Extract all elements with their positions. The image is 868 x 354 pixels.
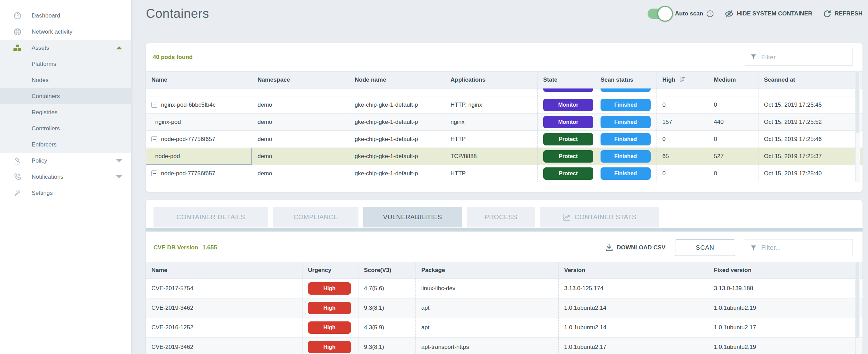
info-icon[interactable]	[706, 10, 714, 18]
download-csv-button[interactable]: DOWNLOAD CSV	[605, 243, 665, 252]
cell: Monitor	[537, 96, 595, 113]
column-header-scanned-at[interactable]: Scanned at	[758, 71, 863, 88]
sidebar-item-label: Platforms	[32, 61, 56, 68]
tab-compliance[interactable]: COMPLIANCE	[273, 207, 358, 227]
cell: Monitor	[537, 114, 595, 130]
sidebar-item-dashboard[interactable]: Dashboard	[0, 8, 131, 24]
pods-filter-box[interactable]	[745, 49, 853, 66]
cell: Oct 15, 2019 17:25:52	[758, 114, 863, 130]
cve-row-CVE-2019-3462[interactable]: CVE-2019-3462High9.3(8.1)apt1.0.1ubuntu2…	[146, 298, 863, 318]
pod-medium: 440	[714, 119, 723, 126]
sidebar-item-assets[interactable]: Assets	[0, 40, 131, 56]
sidebar-item-network-activity[interactable]: Network activity	[0, 24, 131, 40]
cve-row-CVE-2019-3462[interactable]: CVE-2019-3462High9.3(8.1)apt-transport-h…	[146, 338, 863, 354]
column-header-scan-status[interactable]: Scan status	[595, 71, 656, 88]
hide-system-container-button[interactable]: HIDE SYSTEM CONTAINER	[724, 9, 812, 19]
tab-container-details[interactable]: CONTAINER DETAILS	[153, 207, 268, 227]
column-header-score-v3-[interactable]: Score(V3)	[358, 262, 415, 279]
scan-button[interactable]: SCAN	[675, 239, 735, 256]
column-header-package[interactable]: Package	[415, 262, 558, 279]
sidebar-item-registries[interactable]: Registries	[0, 104, 131, 120]
cell: Finished	[595, 165, 656, 182]
tab-process[interactable]: PROCESS	[467, 207, 535, 227]
sidebar-item-enforcers[interactable]: Enforcers	[0, 137, 131, 153]
cell: 3.13.0-139.188	[708, 279, 863, 298]
column-header-high[interactable]: High	[656, 71, 708, 88]
pod-row-node-pod-77756f657[interactable]: node-pod-77756f657demogke-chip-gke-1-def…	[146, 131, 863, 148]
vulnerabilities-filter-box[interactable]	[745, 239, 853, 256]
cell	[537, 88, 595, 96]
tabs-scrollbar[interactable]	[146, 228, 863, 232]
pod-node-name: gke-chip-gke-1-default-p	[355, 119, 418, 126]
pods-table-scrollbar[interactable]	[855, 71, 860, 182]
sidebar-item-policy[interactable]: Policy	[0, 153, 131, 169]
pod-medium: 0	[714, 170, 717, 177]
pod-row-nginx-pod-6bbc5fb4c[interactable]: nginx-pod-6bbc5fb4cdemogke-chip-gke-1-de…	[146, 96, 863, 114]
column-header-label: Scan status	[601, 76, 633, 83]
cell: gke-chip-gke-1-default-p	[349, 114, 445, 130]
pod-row-nginx-pod[interactable]: nginx-poddemogke-chip-gke-1-default-pngi…	[146, 114, 863, 131]
column-header-name[interactable]: Name	[146, 71, 252, 88]
column-header-namespace[interactable]: Namespace	[252, 71, 349, 88]
column-header-medium[interactable]: Medium	[708, 71, 758, 88]
column-header-urgency[interactable]: Urgency	[302, 262, 358, 279]
cell: HTTP	[445, 165, 537, 182]
pod-medium: 0	[714, 102, 717, 108]
toggle-knob	[657, 6, 673, 22]
sidebar-item-nodes[interactable]: Nodes	[0, 72, 131, 88]
cell: Finished	[595, 96, 656, 113]
cell: nginx	[445, 114, 537, 130]
cell: CVE-2019-3462	[146, 338, 302, 354]
collapse-icon[interactable]	[151, 136, 157, 142]
cve-row-CVE-2016-1252[interactable]: CVE-2016-1252High4.3(5.9)apt1.0.1ubuntu2…	[146, 318, 863, 338]
pod-row-node-pod-77756f657[interactable]: node-pod-77756f657demogke-chip-gke-1-def…	[146, 165, 863, 182]
column-header-node-name[interactable]: Node name	[349, 71, 445, 88]
sidebar-item-notifications[interactable]: Notifications	[0, 169, 131, 185]
column-header-name[interactable]: Name	[146, 262, 302, 279]
state-badge: Protect	[543, 150, 593, 163]
collapse-icon[interactable]	[151, 170, 157, 176]
sidebar-item-controllers[interactable]: Controllers	[0, 120, 131, 137]
refresh-button[interactable]: REFRESH	[823, 9, 863, 18]
cve-fixed-version: 1.0.1ubuntu2.19	[714, 344, 756, 351]
urgency-badge: High	[308, 302, 351, 314]
column-header-fixed-version[interactable]: Fixed version	[708, 262, 863, 279]
cell: 1.0.1ubuntu2.17	[558, 338, 708, 354]
collapse-icon[interactable]	[151, 102, 157, 108]
download-csv-label: DOWNLOAD CSV	[617, 244, 665, 251]
column-header-state[interactable]: State	[537, 71, 595, 88]
tab-vulnerabilities[interactable]: VULNERABILITIES	[363, 207, 462, 227]
pod-namespace: demo	[258, 119, 272, 126]
settings-icon	[12, 188, 23, 198]
cve-fixed-version: 1.0.1ubuntu2.19	[714, 305, 756, 311]
cell: 1.0.1ubuntu2.19	[708, 338, 863, 354]
pods-filter-input[interactable]	[761, 54, 848, 61]
sidebar-item-settings[interactable]: Settings	[0, 185, 131, 201]
cve-version: 1.0.1ubuntu2.14	[564, 324, 606, 331]
chevron-down-icon	[116, 159, 122, 162]
cve-fixed-version: 1.0.1ubuntu2.17	[714, 324, 756, 331]
column-header-version[interactable]: Version	[558, 262, 708, 279]
column-header-label: Name	[151, 267, 167, 274]
globe-icon	[12, 27, 23, 37]
pod-row-partial[interactable]	[146, 88, 863, 96]
cve-version: 3.13.0-125.174	[564, 285, 603, 292]
refresh-icon	[823, 9, 832, 18]
funnel-icon	[750, 53, 757, 62]
auto-scan-toggle[interactable]	[648, 9, 670, 19]
pod-row-node-pod[interactable]: node-poddemogke-chip-gke-1-default-pTCP/…	[146, 148, 863, 165]
pod-high: 157	[662, 119, 672, 126]
pod-namespace: demo	[258, 153, 272, 160]
cve-row-CVE-2017-5754[interactable]: CVE-2017-5754High4.7(5.6)linux-libc-dev3…	[146, 279, 863, 298]
cell: CVE-2017-5754	[146, 279, 302, 298]
column-header-applications[interactable]: Applications	[445, 71, 537, 88]
vulnerabilities-table-scrollbar[interactable]	[855, 262, 860, 354]
cell: 157	[656, 114, 708, 130]
vulnerabilities-filter-input[interactable]	[761, 244, 848, 251]
state-badge: Monitor	[543, 116, 593, 128]
sidebar-item-platforms[interactable]: Platforms	[0, 56, 131, 72]
cell: Finished	[595, 131, 656, 148]
sidebar-item-containers[interactable]: Containers	[0, 88, 131, 104]
cve-name: CVE-2019-3462	[151, 344, 193, 351]
tab-container-stats[interactable]: CONTAINER STATS	[540, 207, 659, 227]
